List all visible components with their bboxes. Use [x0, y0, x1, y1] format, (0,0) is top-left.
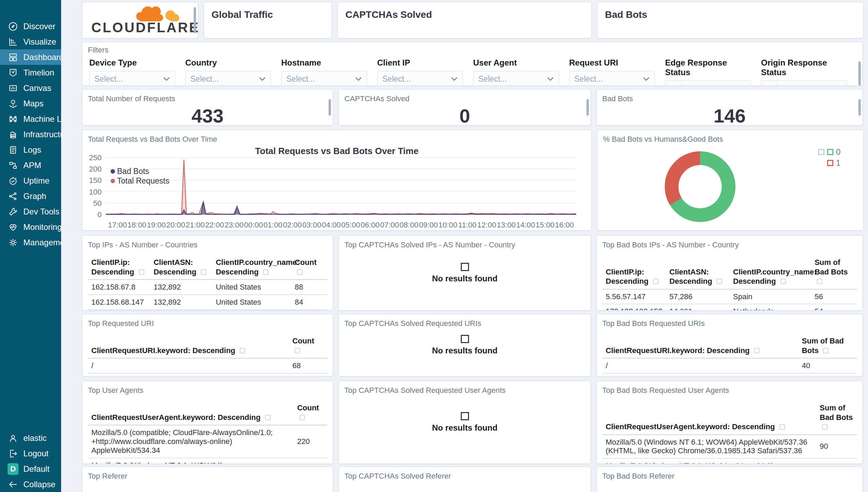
- table-cell: 132,892: [150, 295, 212, 310]
- client-ip-select[interactable]: Select...: [377, 71, 463, 86]
- panel-title: % Bad Bots vs Humans&Good Bots: [597, 130, 863, 144]
- panel-scrollbar[interactable]: [858, 61, 861, 85]
- top-captcha-user-agents-panel: Top CAPTCHAs Solved Requested User Agent…: [339, 381, 591, 464]
- column-header[interactable]: Sum of Bad Bots: [811, 256, 857, 289]
- table-header-row: ClientRequestUserAgent.keyword: Descendi…: [602, 401, 857, 435]
- legend-item-bad-bots[interactable]: Bad Bots: [111, 166, 169, 176]
- share-nodes-icon: [8, 191, 19, 202]
- captchas-solved-header-panel: CAPTCHAs Solved: [338, 2, 592, 38]
- panel-scrollbar[interactable]: [858, 99, 861, 116]
- arrow-left-icon: [8, 479, 19, 490]
- sidebar-item-graph[interactable]: Graph: [0, 188, 61, 204]
- column-header[interactable]: ClientIP.country_name: Descending: [212, 256, 291, 280]
- chevron-down-icon: [259, 77, 266, 81]
- column-header[interactable]: ClientIP.ip: Descending: [602, 256, 666, 289]
- sidebar-item-visualize[interactable]: Visualize: [0, 34, 61, 49]
- sidebar-item-space-default[interactable]: D Default: [0, 461, 61, 477]
- table-holder: ClientIP.ip: Descending ClientASN: Desce…: [82, 256, 333, 311]
- column-header[interactable]: ClientRequestURI.keyword: Descending: [602, 334, 798, 358]
- table-cell: 14,061: [666, 304, 730, 311]
- sidebar-item-dashboard[interactable]: Dashboard: [0, 49, 61, 65]
- sidebar-item-management[interactable]: Management: [0, 235, 61, 250]
- column-header-label: ClientIP.ip: Descending: [91, 258, 134, 276]
- column-header[interactable]: ClientIP.ip: Descending: [88, 256, 150, 280]
- top-requested-uri-panel: Top Requested URI ClientRequestURI.keywo…: [82, 314, 333, 376]
- ml-dots-icon: [8, 114, 19, 125]
- panel-scrollbar[interactable]: [329, 99, 331, 116]
- column-header[interactable]: Sum of Bad Bots: [798, 334, 857, 358]
- legend-item-1[interactable]: 1: [818, 157, 841, 168]
- edge-response-status-select[interactable]: Select...: [665, 81, 751, 86]
- dashboard-grid-icon: [8, 52, 19, 63]
- sidebar-item-infrastructure[interactable]: Infrastructure: [0, 127, 61, 142]
- table-cell: Mozilla/5.0 (Windows NT 6.1; Win64; x64;…: [602, 458, 816, 464]
- table-row: /40: [602, 358, 857, 373]
- user-agent-select[interactable]: Select...: [473, 71, 559, 86]
- sidebar-item-discover[interactable]: Discover: [0, 19, 61, 34]
- donut-chart[interactable]: [665, 151, 735, 222]
- series-color-dot: [111, 169, 115, 174]
- table-cell: 162.158.67.8: [88, 280, 150, 295]
- x-tick-label: 00:00: [244, 221, 263, 229]
- sidebar-item-timelion[interactable]: Timelion: [0, 65, 61, 80]
- gear-icon: [8, 237, 19, 248]
- device-type-select[interactable]: Select...: [89, 71, 175, 86]
- top-captcha-ips-panel: Top CAPTCHAs Solved IPs - AS Number - Co…: [339, 235, 591, 311]
- legend-label: 0: [836, 147, 841, 157]
- column-header[interactable]: Count: [289, 334, 327, 358]
- sidebar-item-maps[interactable]: Maps: [0, 96, 61, 111]
- sidebar-item-canvas[interactable]: Canvas: [0, 80, 61, 96]
- legend-item-0[interactable]: 0: [818, 147, 841, 157]
- sidebar-item-monitoring[interactable]: Monitoring: [0, 219, 61, 235]
- column-header[interactable]: ClientIP.country_name: Descending: [730, 256, 811, 289]
- table-row: 178.128.193.15814,061Netherlands54: [602, 304, 857, 311]
- panel-title: Top IPs - AS Number - Countries: [82, 236, 333, 249]
- cloudflare-logo-panel: CLOUDFLARE®: [82, 2, 198, 38]
- panel-scrollbar[interactable]: [586, 99, 589, 116]
- sidebar-item-label: APM: [23, 161, 41, 170]
- sidebar-item-logs[interactable]: Logs: [0, 142, 61, 157]
- no-results-text: No results found: [432, 423, 498, 433]
- sidebar-item-dev-tools[interactable]: Dev Tools: [0, 204, 61, 219]
- legend-colorpicker-swatch[interactable]: [818, 149, 824, 155]
- metric-value: 146: [597, 105, 863, 126]
- x-tick-label: 21:00: [186, 221, 205, 229]
- request-uri-select[interactable]: Select...: [569, 71, 655, 86]
- x-tick-label: 01:00: [263, 221, 282, 229]
- column-header[interactable]: Sum of Bad Bots: [816, 401, 857, 435]
- sidebar-item-uptime[interactable]: Uptime: [0, 173, 61, 188]
- hostname-select[interactable]: Select...: [281, 71, 367, 86]
- cloud-server-icon: [8, 129, 19, 140]
- table-cell: 84: [291, 295, 327, 310]
- chevron-down-icon: [547, 77, 554, 81]
- column-header[interactable]: Count: [294, 401, 327, 425]
- compass-icon: [8, 21, 19, 32]
- table-cell: 220: [294, 425, 327, 458]
- top-bad-bot-user-agents-panel: Top Bad Bots Requested User Agents Clien…: [596, 381, 863, 464]
- sidebar-item-logout[interactable]: Logout: [0, 446, 61, 461]
- column-header[interactable]: ClientASN: Descending: [150, 256, 212, 280]
- sidebar-item-label: Discover: [23, 22, 55, 31]
- column-header[interactable]: ClientRequestUserAgent.keyword: Descendi…: [602, 401, 816, 435]
- country-select[interactable]: Select...: [185, 71, 271, 86]
- column-header[interactable]: ClientRequestURI.keyword: Descending: [88, 334, 289, 358]
- sidebar-item-collapse[interactable]: Collapse: [0, 477, 61, 492]
- column-header[interactable]: ClientASN: Descending: [666, 256, 730, 289]
- column-header[interactable]: ClientRequestUserAgent.keyword: Descendi…: [88, 401, 294, 425]
- sidebar-item-machine-learning[interactable]: Machine Le…: [0, 111, 61, 127]
- column-header[interactable]: Count: [291, 256, 327, 280]
- sidebar-item-apm[interactable]: APM: [0, 157, 61, 173]
- x-tick-label: 11:00: [458, 221, 476, 229]
- legend-label: Total Requests: [117, 176, 169, 186]
- sidebar-item-label: Canvas: [23, 83, 51, 93]
- document-icon: [8, 144, 19, 155]
- sidebar-item-user[interactable]: elastic: [0, 430, 61, 446]
- origin-response-status-select[interactable]: Select...: [761, 81, 847, 86]
- series-area: [106, 202, 576, 214]
- legend-label: Bad Bots: [117, 167, 149, 176]
- sidebar-item-label: Infrastructure: [23, 130, 61, 139]
- x-tick-label: 18:00: [127, 221, 146, 229]
- legend-item-total-requests[interactable]: Total Requests: [111, 176, 169, 186]
- panel-scrollbar[interactable]: [194, 7, 196, 33]
- sort-icon: [823, 348, 829, 353]
